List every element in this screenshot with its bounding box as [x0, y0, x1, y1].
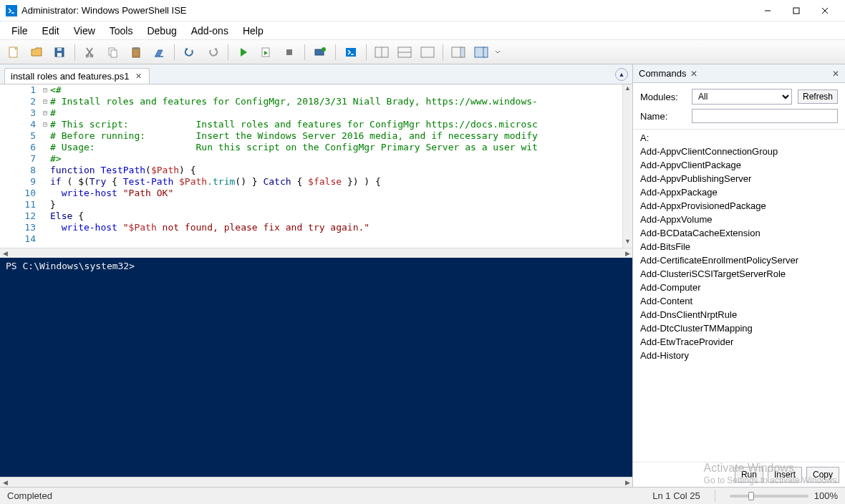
toolbar-overflow-icon[interactable]: [493, 42, 502, 62]
console-hscroll[interactable]: ◀▶: [0, 477, 632, 487]
list-item[interactable]: Add-AppxProvisionedPackage: [633, 199, 845, 213]
open-icon[interactable]: [26, 42, 47, 62]
zoom-slider[interactable]: [730, 495, 808, 498]
list-item[interactable]: Add-CertificateEnrollmentPolicyServer: [633, 253, 845, 267]
svg-rect-32: [483, 47, 488, 57]
stop-icon[interactable]: [279, 42, 300, 62]
code-area[interactable]: <## Install roles and features for Confi…: [50, 84, 622, 248]
list-item[interactable]: Add-BCDataCacheExtension: [633, 226, 845, 240]
redo-icon[interactable]: [202, 42, 223, 62]
status-position: Ln 1 Col 25: [652, 490, 700, 501]
list-item[interactable]: Add-ClusteriSCSITargetServerRole: [633, 267, 845, 281]
list-item[interactable]: Add-DnsClientNrptRule: [633, 308, 845, 321]
editor-vscroll[interactable]: ▲▼: [622, 84, 632, 248]
commands-tab-close-icon[interactable]: ✕: [690, 69, 697, 79]
svg-rect-19: [286, 49, 292, 55]
editor-hscroll[interactable]: ◀▶: [0, 248, 632, 258]
menu-addons[interactable]: Add-ons: [184, 23, 236, 39]
list-item[interactable]: Add-EtwTraceProvider: [633, 335, 845, 349]
menu-help[interactable]: Help: [236, 23, 271, 39]
svg-rect-14: [111, 50, 117, 57]
modules-label: Modules:: [640, 92, 686, 102]
close-button[interactable]: [811, 1, 839, 21]
list-item[interactable]: Add-AppxPackage: [633, 185, 845, 199]
clear-icon[interactable]: [148, 42, 170, 62]
modules-select[interactable]: All: [692, 89, 792, 105]
toolbar: [0, 40, 845, 64]
name-input[interactable]: [692, 109, 838, 123]
list-item[interactable]: Add-Content: [633, 294, 845, 308]
tab-close-icon[interactable]: ✕: [133, 72, 143, 82]
new-icon[interactable]: [3, 42, 24, 62]
tab-label: install roles and features.ps1: [11, 71, 129, 82]
maximize-button[interactable]: [782, 1, 811, 21]
collapse-script-pane-icon[interactable]: ▲: [615, 68, 628, 81]
run-selection-icon[interactable]: [256, 42, 277, 62]
new-remote-icon[interactable]: [309, 42, 331, 62]
svg-rect-7: [57, 53, 62, 57]
paste-icon[interactable]: [125, 42, 147, 62]
run-button[interactable]: Run: [735, 467, 763, 483]
window-title: Administrator: Windows PowerShell ISE: [21, 5, 753, 16]
copy-icon[interactable]: [102, 42, 124, 62]
menubar: File Edit View Tools Debug Add-ons Help: [0, 21, 845, 40]
statusbar: Completed Ln 1 Col 25 100%: [0, 487, 845, 504]
editor-tabs: install roles and features.ps1 ✕ ▲: [0, 64, 632, 84]
console[interactable]: PS C:\Windows\system32>: [0, 258, 632, 477]
list-item[interactable]: Add-DtcClusterTMMapping: [633, 321, 845, 335]
layout-2-icon[interactable]: [394, 42, 415, 62]
list-item[interactable]: Add-AppvClientConnectionGroup: [633, 145, 845, 158]
show-command-addon-icon[interactable]: [470, 42, 492, 62]
list-item[interactable]: Add-BitsFile: [633, 240, 845, 253]
copy-button[interactable]: Copy: [806, 467, 839, 483]
save-icon[interactable]: [49, 42, 70, 62]
commands-panel-close-icon[interactable]: ✕: [832, 69, 839, 79]
layout-1-icon[interactable]: [371, 42, 392, 62]
svg-rect-28: [421, 47, 434, 57]
editor[interactable]: 1234567891011121314 ⊟⊟⊟⊟ <## Install rol…: [0, 84, 632, 248]
menu-tools[interactable]: Tools: [102, 23, 140, 39]
commands-title: Commands: [639, 68, 686, 79]
undo-icon[interactable]: [179, 42, 201, 62]
refresh-button[interactable]: Refresh: [798, 89, 838, 104]
titlebar: Administrator: Windows PowerShell ISE: [0, 0, 845, 21]
minimize-button[interactable]: [753, 1, 782, 21]
name-label: Name:: [640, 111, 686, 122]
status-left: Completed: [7, 490, 52, 501]
svg-rect-8: [57, 48, 62, 51]
powershell-icon[interactable]: [340, 42, 362, 62]
run-icon[interactable]: [233, 42, 254, 62]
menu-edit[interactable]: Edit: [35, 23, 67, 39]
list-item[interactable]: Add-Computer: [633, 281, 845, 294]
show-command-icon[interactable]: [448, 42, 469, 62]
line-numbers: 1234567891011121314: [0, 84, 40, 248]
svg-rect-30: [460, 47, 465, 57]
commands-list[interactable]: A:Add-AppvClientConnectionGroupAdd-AppvC…: [633, 130, 845, 462]
menu-file[interactable]: File: [4, 23, 35, 39]
insert-button[interactable]: Insert: [768, 467, 802, 483]
menu-debug[interactable]: Debug: [140, 23, 183, 39]
svg-rect-16: [134, 47, 138, 49]
list-item[interactable]: Add-History: [633, 349, 845, 362]
fold-column[interactable]: ⊟⊟⊟⊟: [40, 84, 50, 248]
list-item[interactable]: Add-AppvClientPackage: [633, 158, 845, 172]
tab-script[interactable]: install roles and features.ps1 ✕: [4, 68, 150, 84]
layout-3-icon[interactable]: [417, 42, 438, 62]
svg-rect-2: [793, 8, 799, 14]
svg-point-21: [322, 47, 326, 52]
list-item[interactable]: Add-AppvPublishingServer: [633, 172, 845, 185]
zoom-percent: 100%: [814, 490, 838, 501]
menu-view[interactable]: View: [67, 23, 102, 39]
commands-panel: Commands ✕ ✕ Modules: All Refresh Name: …: [633, 64, 845, 487]
list-item[interactable]: A:: [633, 131, 845, 145]
cut-icon[interactable]: [79, 42, 101, 62]
app-icon: [6, 5, 17, 16]
list-item[interactable]: Add-AppxVolume: [633, 213, 845, 226]
console-prompt: PS C:\Windows\system32>: [6, 261, 135, 271]
